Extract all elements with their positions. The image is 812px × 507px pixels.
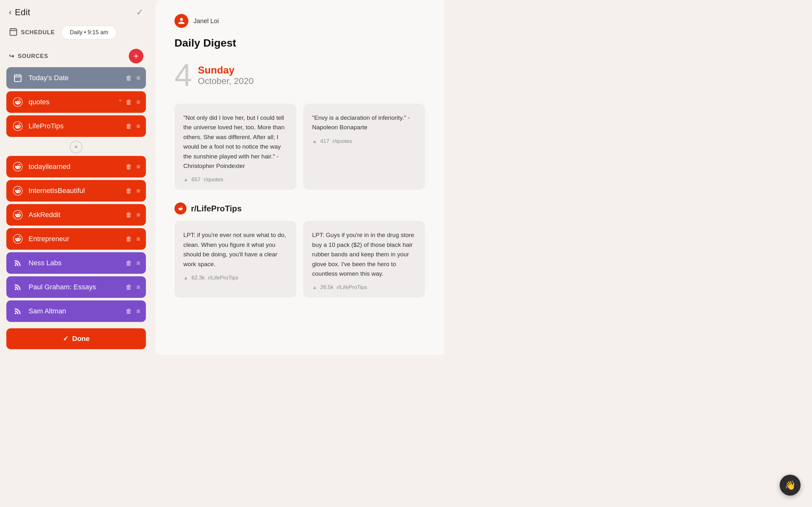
quote-card-meta-1: ▲ 657 r/quotes xyxy=(183,176,287,183)
source-item-entrepreneur[interactable]: Entrepreneur 🗑 ≡ xyxy=(6,228,146,250)
quote-icon[interactable]: " xyxy=(119,99,121,106)
drag-icon-ask[interactable]: ≡ xyxy=(136,211,140,219)
source-actions-pg: 🗑 ≡ xyxy=(125,284,140,291)
quote-card-2: "Envy is a declaration of inferiority." … xyxy=(303,104,425,190)
digest-header: Janel Loi xyxy=(174,14,425,28)
source-item-sam-altman[interactable]: Sam Altman 🗑 ≡ xyxy=(6,300,146,322)
lpt-meta-2: ▲ 26.5k r/LifeProTips xyxy=(312,284,416,291)
rss-source-icon-ness xyxy=(12,257,23,269)
drag-icon-ent[interactable]: ≡ xyxy=(136,235,140,243)
reddit-source-icon-ent xyxy=(12,233,23,245)
add-source-divider: + xyxy=(6,141,146,153)
digest-author: Janel Loi xyxy=(194,17,219,25)
check-button[interactable]: ✓ xyxy=(136,7,143,17)
quote-upvotes-1: 657 xyxy=(192,176,200,183)
lpt-upvotes-1: 62.3k xyxy=(192,275,205,281)
add-between-button[interactable]: + xyxy=(70,141,83,153)
source-actions-lpt: 🗑 ≡ xyxy=(125,123,140,130)
source-actions-ent: 🗑 ≡ xyxy=(125,235,140,243)
drag-icon-sa[interactable]: ≡ xyxy=(136,308,140,315)
source-name-askreddit: AskReddit xyxy=(29,211,125,219)
date-block: 4 Sunday October, 2020 xyxy=(174,59,425,91)
calendar-source-icon xyxy=(12,72,23,83)
done-button[interactable]: ✓ Done xyxy=(6,328,146,349)
svg-rect-0 xyxy=(10,29,17,36)
drag-icon-pg[interactable]: ≡ xyxy=(136,284,140,291)
source-item-paul-graham[interactable]: Paul Graham: Essays 🗑 ≡ xyxy=(6,276,146,298)
delete-icon[interactable]: 🗑 xyxy=(125,74,132,82)
source-item-todayilearned[interactable]: todayilearned 🗑 ≡ xyxy=(6,156,146,177)
add-source-button[interactable]: + xyxy=(129,49,143,63)
sources-list: Today's Date 🗑 ≡ quotes " 🗑 ≡ xyxy=(0,67,152,325)
top-bar: ‹ Edit ✓ xyxy=(0,0,152,22)
reddit-source-icon-til xyxy=(12,161,23,172)
digest-title: Daily Digest xyxy=(174,37,425,49)
delete-icon-ness[interactable]: 🗑 xyxy=(125,260,132,267)
date-info: Sunday October, 2020 xyxy=(198,59,254,86)
delete-icon-ent[interactable]: 🗑 xyxy=(125,235,132,243)
reddit-source-icon-ask xyxy=(12,209,23,221)
sources-label: ↪ SOURCES xyxy=(9,52,48,60)
source-item-askreddit[interactable]: AskReddit 🗑 ≡ xyxy=(6,204,146,226)
reddit-icon-badge-lpt xyxy=(174,203,187,215)
quote-subreddit-2: r/quotes xyxy=(333,138,352,145)
source-item-iib[interactable]: InternetIsBeautiful 🗑 ≡ xyxy=(6,180,146,202)
source-actions-til: 🗑 ≡ xyxy=(125,163,140,170)
delete-icon-sa[interactable]: 🗑 xyxy=(125,308,132,315)
source-actions-sa: 🗑 ≡ xyxy=(125,308,140,315)
lifeprotips-section-title: r/LifeProTips xyxy=(174,203,425,215)
back-button[interactable]: ‹ Edit xyxy=(9,7,30,17)
reddit-source-icon-iib xyxy=(12,185,23,196)
lpt-text-1: LPT: if you're ever not sure what to do,… xyxy=(183,230,287,269)
back-chevron-icon: ‹ xyxy=(9,7,12,17)
source-name-entrepreneur: Entrepreneur xyxy=(29,235,125,243)
delete-icon-lpt[interactable]: 🗑 xyxy=(125,123,132,130)
schedule-section: SCHEDULE Daily • 9:15 am xyxy=(0,22,152,43)
lpt-upvotes-2: 26.5k xyxy=(320,284,334,291)
avatar xyxy=(174,14,189,28)
reddit-source-icon-quotes xyxy=(12,96,23,108)
delete-icon-iib[interactable]: 🗑 xyxy=(125,187,132,194)
rss-source-icon-pg xyxy=(12,281,23,293)
sources-arrow-icon: ↪ xyxy=(9,52,14,60)
source-actions-todays-date: 🗑 ≡ xyxy=(125,74,140,82)
sources-header: ↪ SOURCES + xyxy=(0,43,152,67)
upvote-icon-2: ▲ xyxy=(312,138,317,144)
lpt-meta-1: ▲ 62.3k r/LifeProTips xyxy=(183,275,287,281)
source-item-ness-labs[interactable]: Ness Labs 🗑 ≡ xyxy=(6,252,146,274)
source-name-iib: InternetIsBeautiful xyxy=(29,187,125,195)
done-check-icon: ✓ xyxy=(63,335,68,343)
drag-icon[interactable]: ≡ xyxy=(136,74,140,82)
delete-icon-quotes[interactable]: 🗑 xyxy=(125,99,132,106)
lpt-subreddit-1: r/LifeProTips xyxy=(208,275,238,281)
reddit-source-icon-lpt xyxy=(12,120,23,132)
calendar-icon xyxy=(9,27,18,38)
drag-icon-quotes[interactable]: ≡ xyxy=(136,99,140,106)
source-item-quotes[interactable]: quotes " 🗑 ≡ xyxy=(6,91,146,113)
schedule-badge[interactable]: Daily • 9:15 am xyxy=(61,26,117,39)
source-name-til: todayilearned xyxy=(29,163,125,171)
lpt-cards-row: LPT: if you're ever not sure what to do,… xyxy=(174,221,425,297)
lifeprotips-title: r/LifeProTips xyxy=(191,204,242,214)
date-weekday: Sunday xyxy=(198,64,254,76)
drag-icon-til[interactable]: ≡ xyxy=(136,163,140,170)
delete-icon-pg[interactable]: 🗑 xyxy=(125,284,132,291)
source-item-todays-date[interactable]: Today's Date 🗑 ≡ xyxy=(6,67,146,89)
upvote-icon-lpt-2: ▲ xyxy=(312,285,317,290)
source-item-lifeprotips[interactable]: LifeProTips 🗑 ≡ xyxy=(6,115,146,137)
drag-icon-iib[interactable]: ≡ xyxy=(136,187,140,194)
schedule-text: SCHEDULE xyxy=(21,29,55,36)
source-actions-ask: 🗑 ≡ xyxy=(125,211,140,219)
source-name-lifeprotips: LifeProTips xyxy=(29,122,125,130)
drag-icon-ness[interactable]: ≡ xyxy=(136,260,140,267)
date-month-year: October, 2020 xyxy=(198,76,254,86)
svg-rect-4 xyxy=(14,75,21,82)
delete-icon-til[interactable]: 🗑 xyxy=(125,163,132,170)
source-name-paul-graham: Paul Graham: Essays xyxy=(29,283,125,291)
checkmark-icon: ✓ xyxy=(136,7,143,17)
delete-icon-ask[interactable]: 🗑 xyxy=(125,211,132,219)
quote-card-meta-2: ▲ 417 r/quotes xyxy=(312,138,416,145)
lpt-card-1: LPT: if you're ever not sure what to do,… xyxy=(174,221,296,297)
drag-icon-lpt[interactable]: ≡ xyxy=(136,123,140,130)
upvote-icon-lpt-1: ▲ xyxy=(183,275,189,281)
